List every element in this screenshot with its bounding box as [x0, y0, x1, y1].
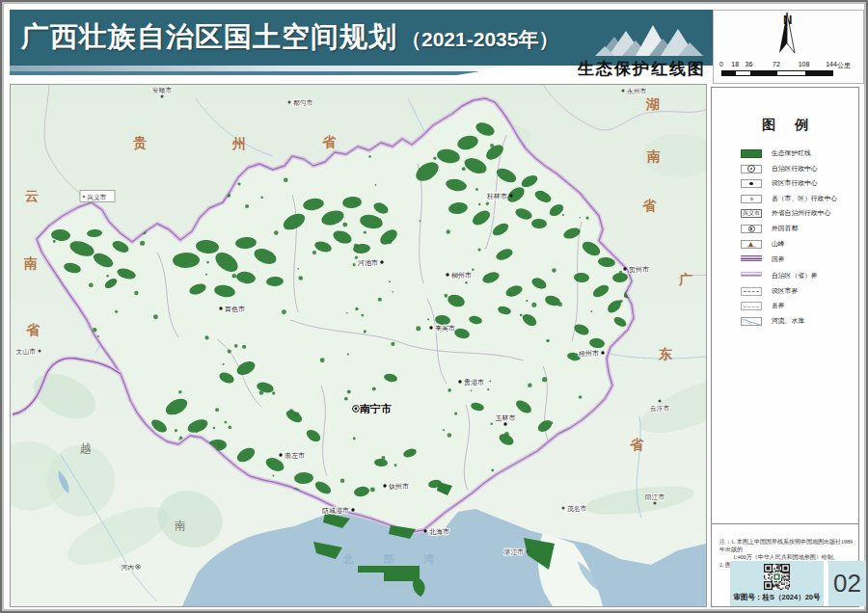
svg-text:东: 东	[658, 346, 672, 361]
plan-page: 广西壮族自治区国土空间规划（2021-2035年） 生态保护红线图 N 0183…	[0, 0, 868, 613]
svg-text:柳州市: 柳州市	[451, 271, 472, 279]
legend-item: 外国首都	[712, 223, 858, 238]
legend-item: 山峰	[712, 238, 858, 253]
legend-item: 设区市界	[712, 285, 858, 301]
header-stripe-silver	[10, 66, 503, 71]
svg-text:广: 广	[678, 272, 692, 287]
svg-text:兴义市: 兴义市	[87, 194, 107, 201]
legend-item: 设区市行政中心	[712, 177, 858, 193]
scale-tick: 72	[773, 61, 780, 67]
qr-code	[764, 564, 790, 590]
svg-text:湛江市: 湛江市	[504, 548, 525, 556]
map-canvas: 贵州省湖南省云南省广东省越南 北部湾 南宁市柳州市桂林市梧州市北海市防城港市钦州…	[10, 84, 707, 607]
legend-item: 自治区（省）界	[712, 270, 858, 285]
svg-text:来宾市: 来宾市	[435, 324, 455, 333]
svg-text:百色市: 百色市	[225, 305, 245, 313]
svg-text:桂林市: 桂林市	[486, 192, 507, 200]
north-arrow-icon	[714, 11, 865, 59]
legend-title: 图 例	[712, 117, 858, 134]
scale-tick: 18	[731, 61, 739, 67]
scale-tick: 36	[746, 61, 753, 67]
svg-text:部: 部	[384, 553, 394, 565]
approval-number: 审图号：桂S（2024）20号	[730, 593, 824, 602]
svg-text:防城港市: 防城港市	[322, 506, 349, 515]
svg-text:钦州市: 钦州市	[388, 482, 409, 491]
scale-tick: 144	[826, 61, 837, 67]
scale-tick: 108	[799, 61, 810, 67]
legend-item: 河流、水库	[712, 315, 858, 331]
svg-text:省: 省	[630, 437, 644, 452]
svg-text:南宁市: 南宁市	[359, 403, 392, 414]
svg-text:贵港市: 贵港市	[464, 378, 484, 386]
svg-text:省: 省	[322, 134, 337, 149]
scale-bar: 0183672108144公里	[719, 61, 861, 82]
svg-text:玉林市: 玉林市	[496, 413, 516, 421]
header-stripe-blue	[10, 71, 480, 75]
svg-text:南: 南	[646, 148, 661, 164]
svg-text:河池市: 河池市	[357, 258, 378, 267]
legend-item: 县界	[712, 300, 858, 315]
legend-item: 县（市、区）行政中心	[712, 193, 858, 208]
svg-text:湾: 湾	[424, 553, 435, 565]
svg-text:茂名市: 茂名市	[567, 505, 587, 513]
scale-unit: 公里	[837, 61, 851, 70]
svg-text:河内: 河内	[121, 564, 134, 572]
mountains-icon	[593, 13, 711, 64]
page-number: 02	[828, 561, 866, 606]
scale-tick: 0	[719, 61, 723, 67]
svg-text:南: 南	[175, 519, 186, 532]
svg-text:梧州市: 梧州市	[578, 349, 599, 358]
svg-text:阳江市: 阳江市	[645, 493, 665, 501]
approval-panel: 审图号：桂S（2024）20号	[730, 561, 824, 606]
svg-text:省: 省	[642, 198, 657, 213]
svg-text:北: 北	[342, 553, 354, 565]
svg-text:云: 云	[25, 188, 39, 203]
map-svg: 贵州省湖南省云南省广东省越南 北部湾 南宁市柳州市桂林市梧州市北海市防城港市钦州…	[11, 85, 706, 606]
svg-text:文山市: 文山市	[16, 348, 37, 355]
svg-text:都匀市: 都匀市	[293, 99, 313, 107]
svg-text:云浮市: 云浮市	[650, 405, 670, 413]
svg-text:北海市: 北海市	[429, 527, 449, 536]
svg-text:州: 州	[231, 136, 246, 151]
svg-text:省: 省	[26, 322, 41, 337]
north-scale-panel: N 0183672108144公里	[713, 10, 864, 84]
legend-item: 自治区行政中心	[712, 163, 858, 178]
page-title: 广西壮族自治区国土空间规划（2021-2035年）	[21, 18, 558, 57]
svg-text:崇左市: 崇左市	[285, 451, 305, 459]
legend-item: 国界	[712, 253, 858, 269]
svg-text:永州市: 永州市	[627, 88, 647, 94]
legend-items: 生态保护红线自治区行政中心设区市行政中心县（市、区）行政中心兴义市外省自治州行政…	[712, 147, 858, 331]
svg-text:安顺市: 安顺市	[152, 87, 173, 93]
legend-item: 兴义市外省自治州行政中心	[712, 207, 858, 223]
svg-text:贵: 贵	[133, 135, 147, 150]
svg-text:贺州市: 贺州市	[629, 265, 649, 274]
city-兴义市: 兴义市	[80, 191, 115, 202]
title-main: 广西壮族自治区国土空间规划	[21, 21, 397, 52]
legend-panel: 图 例 生态保护红线自治区行政中心设区市行政中心县（市、区）行政中心兴义市外省自…	[711, 87, 859, 607]
legend-item: 生态保护红线	[712, 147, 858, 163]
map-subtitle: 生态保护红线图	[513, 58, 706, 81]
title-years: （2021-2035年）	[401, 28, 558, 50]
svg-text:南: 南	[23, 255, 38, 271]
svg-text:湖: 湖	[645, 96, 660, 112]
svg-text:越: 越	[80, 441, 92, 455]
